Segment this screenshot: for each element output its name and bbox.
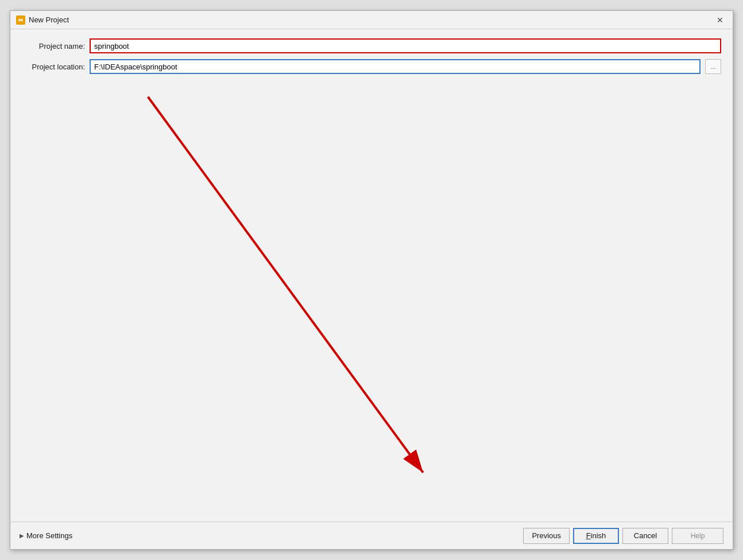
project-name-label: Project name:	[22, 42, 85, 50]
svg-rect-2	[18, 20, 23, 21]
project-name-row: Project name:	[22, 38, 721, 53]
new-project-dialog: New Project ✕ Project name: Project loca…	[10, 10, 733, 550]
browse-button[interactable]: ...	[705, 59, 721, 74]
annotation-arrow	[22, 80, 721, 512]
finish-button[interactable]: Finish	[573, 528, 619, 544]
svg-rect-1	[18, 19, 23, 20]
close-button[interactable]: ✕	[713, 13, 727, 27]
app-icon	[16, 15, 25, 25]
project-location-input[interactable]	[90, 59, 701, 74]
project-location-row: Project location: ...	[22, 59, 721, 74]
footer-buttons: Previous Finish Cancel Help	[523, 528, 723, 544]
main-area	[22, 80, 721, 512]
project-location-label: Project location:	[22, 63, 85, 71]
svg-rect-0	[17, 17, 24, 24]
title-bar-left: New Project	[16, 15, 69, 25]
more-settings-toggle[interactable]: ▶ More Settings	[20, 531, 72, 540]
cancel-button[interactable]: Cancel	[622, 528, 668, 544]
svg-line-4	[148, 97, 423, 473]
dialog-title: New Project	[29, 15, 69, 24]
previous-button[interactable]: Previous	[523, 528, 570, 544]
more-settings-label: More Settings	[26, 531, 72, 540]
project-name-input[interactable]	[90, 38, 721, 53]
more-settings-arrow-icon: ▶	[20, 532, 24, 539]
finish-label-underline: F	[586, 531, 591, 540]
dialog-content: Project name: Project location: ...	[10, 29, 733, 522]
dialog-footer: ▶ More Settings Previous Finish Cancel H…	[10, 522, 733, 549]
title-bar: New Project ✕	[10, 11, 733, 29]
help-button[interactable]: Help	[672, 528, 723, 544]
